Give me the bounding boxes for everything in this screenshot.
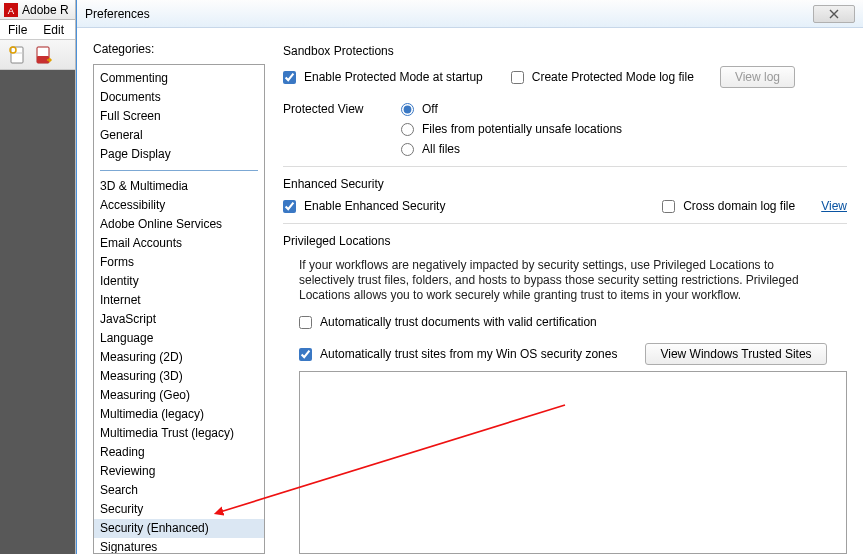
category-item[interactable]: Language [94, 329, 264, 348]
preferences-dialog: Preferences Categories: CommentingDocume… [76, 0, 863, 554]
category-item[interactable]: Accessibility [94, 196, 264, 215]
category-item[interactable]: Full Screen [94, 107, 264, 126]
category-item[interactable]: General [94, 126, 264, 145]
category-item[interactable]: Page Display [94, 145, 264, 164]
app-title: Adobe R [22, 3, 69, 17]
category-item[interactable]: Signatures [94, 538, 264, 554]
categories-label: Categories: [93, 42, 265, 56]
category-item[interactable]: Reading [94, 443, 264, 462]
app-content-behind [0, 70, 75, 554]
category-item[interactable]: Adobe Online Services [94, 215, 264, 234]
categories-list[interactable]: CommentingDocumentsFull ScreenGeneralPag… [93, 64, 265, 554]
view-windows-trusted-sites-button[interactable]: View Windows Trusted Sites [645, 343, 826, 365]
group-privileged: Privileged Locations If your workflows a… [283, 234, 847, 554]
category-item[interactable]: Documents [94, 88, 264, 107]
category-item[interactable]: Measuring (3D) [94, 367, 264, 386]
category-item[interactable]: Reviewing [94, 462, 264, 481]
view-log-button[interactable]: View log [720, 66, 795, 88]
background-window: A Adobe R File Edit [0, 0, 76, 554]
category-item[interactable]: Measuring (2D) [94, 348, 264, 367]
privileged-locations-listbox[interactable] [299, 371, 847, 554]
enhanced-title: Enhanced Security [283, 177, 847, 191]
category-item[interactable]: Forms [94, 253, 264, 272]
category-item[interactable]: JavaScript [94, 310, 264, 329]
category-item[interactable]: Multimedia Trust (legacy) [94, 424, 264, 443]
pdf-export-icon[interactable] [34, 45, 54, 65]
page-icon[interactable] [8, 45, 28, 65]
category-item[interactable]: Commenting [94, 69, 264, 88]
view-link[interactable]: View [821, 199, 847, 213]
group-sandbox: Sandbox Protections Enable Protected Mod… [283, 44, 847, 167]
menu-file[interactable]: File [0, 21, 35, 39]
category-item[interactable]: Security (Enhanced) [94, 519, 264, 538]
protected-view-off-radio[interactable]: Off [401, 102, 622, 116]
menu-edit[interactable]: Edit [35, 21, 72, 39]
category-item[interactable]: Search [94, 481, 264, 500]
app-toolbar [0, 40, 75, 70]
svg-text:A: A [8, 4, 15, 15]
privileged-title: Privileged Locations [283, 234, 847, 248]
category-item[interactable]: Identity [94, 272, 264, 291]
privileged-description: If your workflows are negatively impacte… [299, 258, 819, 303]
auto-trust-os-checkbox[interactable]: Automatically trust sites from my Win OS… [299, 347, 617, 361]
dialog-title: Preferences [85, 7, 150, 21]
sandbox-title: Sandbox Protections [283, 44, 847, 58]
app-menubar: File Edit [0, 20, 75, 40]
enable-protected-mode-checkbox[interactable]: Enable Protected Mode at startup [283, 70, 483, 84]
auto-trust-cert-checkbox[interactable]: Automatically trust documents with valid… [299, 315, 847, 329]
svg-rect-2 [11, 47, 23, 63]
category-separator [100, 170, 258, 171]
protected-view-all-radio[interactable]: All files [401, 142, 622, 156]
protected-view-unsafe-radio[interactable]: Files from potentially unsafe locations [401, 122, 622, 136]
protected-view-label: Protected View [283, 102, 383, 116]
category-item[interactable]: 3D & Multimedia [94, 177, 264, 196]
create-log-checkbox[interactable]: Create Protected Mode log file [511, 70, 694, 84]
enable-enhanced-checkbox[interactable]: Enable Enhanced Security [283, 199, 445, 213]
app-titlebar: A Adobe R [0, 0, 75, 20]
close-icon [829, 9, 839, 19]
categories-sidebar: Categories: CommentingDocumentsFull Scre… [93, 42, 265, 554]
settings-pane: Sandbox Protections Enable Protected Mod… [283, 42, 847, 554]
category-item[interactable]: Measuring (Geo) [94, 386, 264, 405]
category-item[interactable]: Email Accounts [94, 234, 264, 253]
category-item[interactable]: Internet [94, 291, 264, 310]
adobe-reader-icon: A [4, 3, 18, 17]
cross-domain-log-checkbox[interactable]: Cross domain log file [662, 199, 795, 213]
close-button[interactable] [813, 5, 855, 23]
category-item[interactable]: Security [94, 500, 264, 519]
dialog-titlebar: Preferences [77, 0, 863, 28]
category-item[interactable]: Multimedia (legacy) [94, 405, 264, 424]
group-enhanced: Enhanced Security Enable Enhanced Securi… [283, 177, 847, 224]
